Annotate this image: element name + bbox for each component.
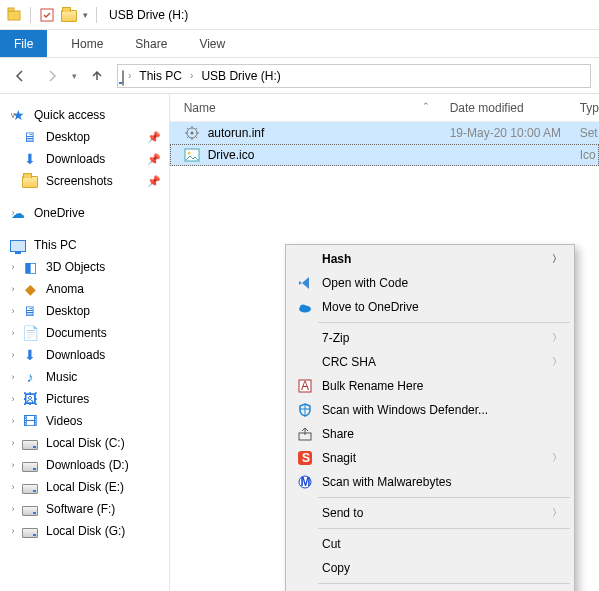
chevron-right-icon[interactable]: › xyxy=(8,262,18,272)
qat-properties-icon[interactable] xyxy=(39,7,55,23)
nav-up-button[interactable] xyxy=(85,64,109,88)
nav-disk-d[interactable]: ›Downloads (D:) xyxy=(6,454,169,476)
sort-asc-icon: ⌃ xyxy=(422,101,430,111)
menu-item[interactable]: 7-Zip〉 xyxy=(288,326,572,350)
nav-back-button[interactable] xyxy=(8,64,32,88)
file-row[interactable]: autorun.inf19-May-20 10:00 AMSet xyxy=(170,122,599,144)
menu-item[interactable]: SSnagit〉 xyxy=(288,446,572,470)
nav-pictures[interactable]: ›🖼Pictures xyxy=(6,388,169,410)
file-name: Drive.ico xyxy=(208,148,255,162)
nav-onedrive[interactable]: › ☁ OneDrive xyxy=(6,202,169,224)
menu-item[interactable]: MScan with Malwarebytes xyxy=(288,470,572,494)
chevron-right-icon[interactable]: › xyxy=(8,328,18,338)
menu-item[interactable]: Share xyxy=(288,422,572,446)
col-label: Typ xyxy=(580,101,599,115)
col-type-header[interactable]: Typ xyxy=(580,101,599,115)
nav-label: This PC xyxy=(34,238,77,252)
nav-label: Downloads (D:) xyxy=(46,458,129,472)
nav-thispc[interactable]: v This PC xyxy=(6,234,169,256)
nav-downloads[interactable]: ›⬇Downloads xyxy=(6,344,169,366)
menu-item[interactable]: Copy xyxy=(288,556,572,580)
tab-view[interactable]: View xyxy=(183,30,241,57)
tab-share[interactable]: Share xyxy=(119,30,183,57)
chevron-right-icon[interactable]: › xyxy=(8,460,18,470)
menu-item[interactable]: Create shortcut xyxy=(288,587,572,591)
chevron-right-icon[interactable]: › xyxy=(8,284,18,294)
nav-disk-f[interactable]: ›Software (F:) xyxy=(6,498,169,520)
pin-icon: 📌 xyxy=(147,131,161,144)
col-name-header[interactable]: Name ⌃ xyxy=(170,101,450,115)
chevron-right-icon[interactable]: › xyxy=(190,70,193,81)
menu-label: Scan with Malwarebytes xyxy=(322,475,451,489)
chevron-down-icon[interactable]: v xyxy=(8,110,18,120)
breadcrumb-leaf[interactable]: USB Drive (H:) xyxy=(197,69,284,83)
breadcrumb-thispc[interactable]: This PC xyxy=(135,69,186,83)
nav-forward-button[interactable] xyxy=(40,64,64,88)
chevron-right-icon[interactable]: › xyxy=(8,372,18,382)
documents-icon: 📄 xyxy=(22,325,38,341)
menu-label: Scan with Windows Defender... xyxy=(322,403,488,417)
chevron-right-icon[interactable]: › xyxy=(8,208,18,218)
chevron-right-icon[interactable]: › xyxy=(8,504,18,514)
chevron-right-icon[interactable]: › xyxy=(8,306,18,316)
menu-item[interactable]: Move to OneDrive xyxy=(288,295,572,319)
svg-rect-1 xyxy=(8,8,14,11)
folder-icon xyxy=(22,173,38,189)
nav-quick-screenshots[interactable]: Screenshots 📌 xyxy=(6,170,169,192)
nav-label: 3D Objects xyxy=(46,260,105,274)
menu-label: Open with Code xyxy=(322,276,408,290)
menu-label: Share xyxy=(322,427,354,441)
music-icon: ♪ xyxy=(22,369,38,385)
nav-3dobjects[interactable]: ›◧3D Objects xyxy=(6,256,169,278)
menu-item[interactable]: Scan with Windows Defender... xyxy=(288,398,572,422)
menu-item[interactable]: Hash〉 xyxy=(288,247,572,271)
chevron-right-icon[interactable]: › xyxy=(8,394,18,404)
chevron-right-icon[interactable]: › xyxy=(8,526,18,536)
main-area: v ★ Quick access 🖥 Desktop 📌 ⬇ Downloads… xyxy=(0,94,599,591)
nav-label: Screenshots xyxy=(46,174,113,188)
disk-icon xyxy=(22,479,38,495)
menu-item[interactable]: ABulk Rename Here xyxy=(288,374,572,398)
nav-music[interactable]: ›♪Music xyxy=(6,366,169,388)
nav-quick-desktop[interactable]: 🖥 Desktop 📌 xyxy=(6,126,169,148)
nav-anoma[interactable]: ›◆Anoma xyxy=(6,278,169,300)
tab-home[interactable]: Home xyxy=(55,30,119,57)
brh-icon: A xyxy=(296,377,314,395)
chevron-right-icon[interactable]: › xyxy=(8,350,18,360)
separator xyxy=(30,7,31,23)
nav-disk-e[interactable]: ›Local Disk (E:) xyxy=(6,476,169,498)
breadcrumb[interactable]: › This PC › USB Drive (H:) xyxy=(117,64,591,88)
file-tab[interactable]: File xyxy=(0,30,47,57)
nav-quickaccess[interactable]: v ★ Quick access xyxy=(6,104,169,126)
nav-disk-c[interactable]: ›Local Disk (C:) xyxy=(6,432,169,454)
nav-documents[interactable]: ›📄Documents xyxy=(6,322,169,344)
defender-icon xyxy=(296,401,314,419)
chevron-right-icon[interactable]: › xyxy=(128,70,131,81)
nav-group-quickaccess: v ★ Quick access 🖥 Desktop 📌 ⬇ Downloads… xyxy=(6,104,169,192)
nav-label: Anoma xyxy=(46,282,84,296)
menu-item[interactable]: Open with Code xyxy=(288,271,572,295)
column-headers: Name ⌃ Date modified Typ xyxy=(170,94,599,122)
nav-quick-downloads[interactable]: ⬇ Downloads 📌 xyxy=(6,148,169,170)
chevron-right-icon[interactable]: › xyxy=(8,482,18,492)
nav-disk-g[interactable]: ›Local Disk (G:) xyxy=(6,520,169,542)
menu-label: Move to OneDrive xyxy=(322,300,419,314)
menu-item[interactable]: Send to〉 xyxy=(288,501,572,525)
app-icon: ◆ xyxy=(22,281,38,297)
col-date-header[interactable]: Date modified xyxy=(450,101,580,115)
nav-desktop[interactable]: ›🖥Desktop xyxy=(6,300,169,322)
qat-dropdown-icon[interactable]: ▾ xyxy=(83,10,88,20)
nav-videos[interactable]: ›🎞Videos xyxy=(6,410,169,432)
menu-item[interactable]: Cut xyxy=(288,532,572,556)
downloads-icon: ⬇ xyxy=(22,347,38,363)
quick-access-toolbar: ▾ xyxy=(39,7,88,23)
menu-item[interactable]: CRC SHA〉 xyxy=(288,350,572,374)
chevron-right-icon[interactable]: › xyxy=(8,438,18,448)
qat-newfolder-icon[interactable] xyxy=(61,7,77,23)
pc-icon xyxy=(10,237,26,253)
file-row[interactable]: Drive.icoIco xyxy=(170,144,599,166)
nav-recent-dropdown[interactable]: ▾ xyxy=(72,71,77,81)
chevron-right-icon[interactable]: › xyxy=(8,416,18,426)
disk-icon xyxy=(22,523,38,539)
file-name: autorun.inf xyxy=(208,126,265,140)
